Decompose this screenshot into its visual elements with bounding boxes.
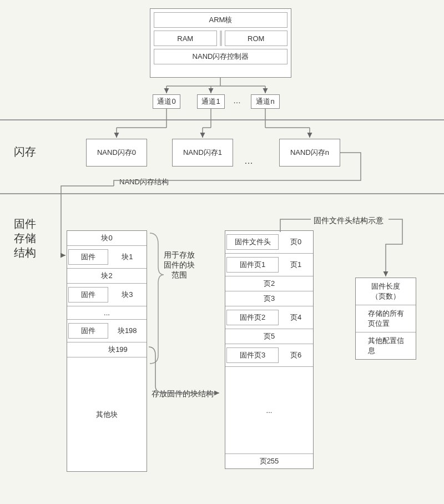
nand-flash-1: NAND闪存1 [172,139,233,167]
nand-flash-n: NAND闪存n [279,139,340,167]
page-255: 页255 [225,454,313,468]
block-198-row: 固件 块198 [67,320,147,342]
chip-ellipsis: … [244,155,253,167]
fw-page-2: 固件页2 [226,310,279,325]
fw-label-198: 固件 [68,323,108,339]
channel-ellipsis: … [233,95,241,105]
page-6-row: 固件页3 页6 [225,344,313,367]
page-table: 固件文件头 页0 固件页1 页1 页2 页3 固件页2 页4 页5 固件页3 页… [225,230,314,469]
pages-position: 存储的所有 页位置 [356,305,416,332]
block-table: 块0 固件 块1 块2 固件 块3 ... 固件 块198 块199 其他块 [67,230,147,472]
block-199: 块199 [67,342,147,357]
block-2: 块2 [67,269,147,284]
block-struct-anno: 存放固件的块结构 [152,389,214,399]
page-3: 页3 [225,291,313,306]
other-blocks: 其他块 [67,357,147,471]
page-0: 页0 [279,235,313,249]
page-6: 页6 [279,348,313,362]
page-4-row: 固件页2 页4 [225,306,313,329]
block-ellipsis: ... [67,306,147,320]
header-struct-anno: 固件文件头结构示意 [314,215,384,225]
ram-block: RAM [154,31,217,46]
flash-section-label: 闪存 [14,144,36,159]
nand-controller: NAND闪存控制器 [154,49,287,64]
page-4: 页4 [279,310,313,325]
fw-page-3: 固件页3 [226,347,279,363]
fw-label-1: 固件 [68,249,108,265]
channel-1: 通道1 [197,94,225,109]
block-range-anno: 用于存放 固件的块 范围 [164,250,195,280]
divider-vert [220,31,222,46]
nand-flash-0: NAND闪存0 [86,139,147,167]
header-info-table: 固件长度 （页数） 存储的所有 页位置 其他配置信 息 [355,278,416,360]
channel-0: 通道0 [153,94,180,109]
fw-length: 固件长度 （页数） [356,278,416,305]
fw-page-1: 固件页1 [226,257,279,273]
fw-header: 固件文件头 [226,234,279,250]
page-5: 页5 [225,329,313,344]
other-config: 其他配置信 息 [356,332,416,359]
fw-label-3: 固件 [68,287,108,303]
channel-n: 通道n [251,94,280,109]
block-0: 块0 [67,231,147,246]
page-1: 页1 [279,258,313,272]
block-3-row: 固件 块3 [67,284,147,306]
page-ellipsis: ... [225,367,313,454]
arm-core: ARM核 [154,12,287,28]
block-198: 块198 [108,324,147,338]
storage-section-label: 固件 存储 结构 [14,216,36,260]
divider-1 [0,119,444,120]
controller-block: ARM核 RAM ROM NAND闪存控制器 [150,8,291,78]
rom-block: ROM [225,31,288,46]
block-1-row: 固件 块1 [67,246,147,269]
divider-2 [0,193,444,194]
block-1: 块1 [108,250,147,264]
nand-struct-label: NAND闪存结构 [119,178,169,187]
page-1-row: 固件页1 页1 [225,254,313,276]
page-2: 页2 [225,276,313,291]
page-0-row: 固件文件头 页0 [225,231,313,254]
block-3: 块3 [108,288,147,302]
